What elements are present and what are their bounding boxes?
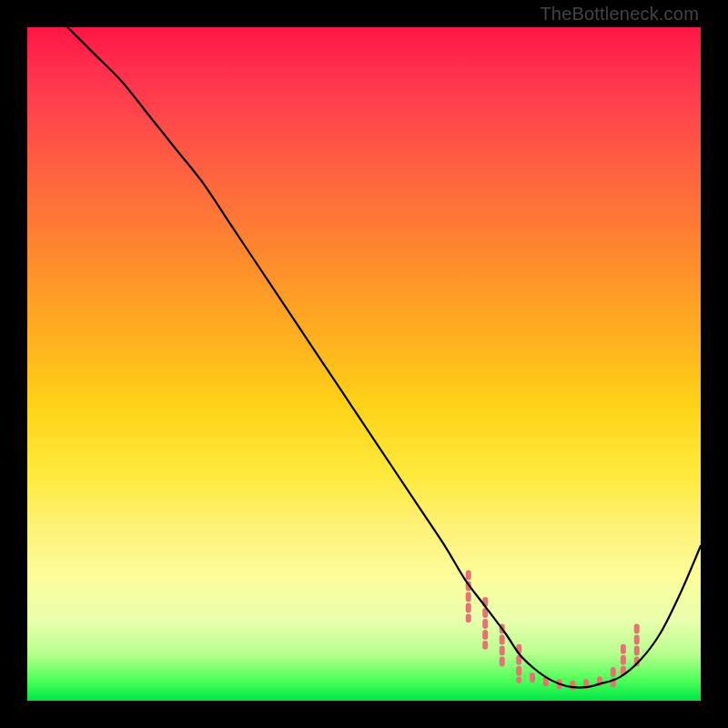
- chart-frame: TheBottleneck.com: [0, 0, 728, 728]
- watermark-text: TheBottleneck.com: [540, 4, 699, 25]
- curve-svg: [27, 27, 701, 701]
- marker-layer: [469, 572, 637, 691]
- bottleneck-curve: [67, 27, 701, 688]
- plot-area: [27, 27, 701, 701]
